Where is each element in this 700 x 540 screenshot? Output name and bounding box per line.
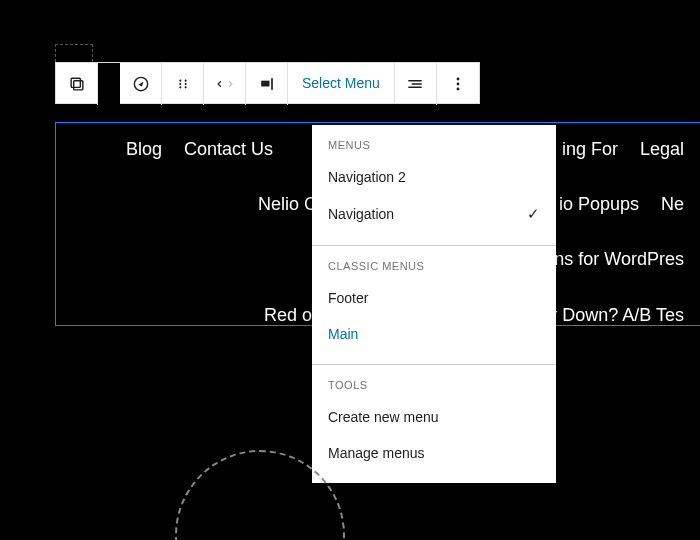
dropdown-item[interactable]: Main: [312, 316, 556, 352]
svg-point-5: [179, 83, 181, 85]
svg-rect-9: [261, 81, 269, 87]
svg-rect-1: [71, 78, 80, 87]
chevron-left-icon: [214, 77, 225, 91]
check-icon: ✓: [527, 205, 540, 223]
dropdown-item[interactable]: Manage menus: [312, 435, 556, 471]
svg-point-7: [179, 86, 181, 88]
dropdown-heading: CLASSIC MENUS: [312, 260, 556, 280]
nav-block-icon-button[interactable]: [120, 63, 162, 105]
nav-item[interactable]: Contact Us: [184, 137, 273, 162]
svg-rect-0: [73, 81, 82, 90]
nav-item[interactable]: Blog: [126, 137, 162, 162]
dropdown-item[interactable]: Footer: [312, 280, 556, 316]
dropdown-section-tools: TOOLS Create new menu Manage menus: [312, 365, 556, 483]
dropdown-heading: TOOLS: [312, 379, 556, 399]
drag-handle[interactable]: [162, 63, 204, 105]
svg-rect-10: [271, 78, 273, 90]
justify-button[interactable]: [246, 63, 288, 105]
dropdown-item-label: Main: [328, 326, 358, 342]
svg-point-4: [184, 80, 186, 82]
dropdown-item[interactable]: Create new menu: [312, 399, 556, 435]
block-placeholder-handle: [55, 44, 93, 62]
compass-icon: [131, 74, 151, 94]
svg-point-11: [456, 78, 459, 81]
nav-item[interactable]: Legal: [640, 137, 684, 162]
nav-item[interactable]: Nelio C: [258, 192, 317, 217]
svg-point-6: [184, 83, 186, 85]
nav-item[interactable]: Ne: [661, 192, 684, 217]
svg-point-12: [456, 83, 459, 86]
dropdown-item-label: Create new menu: [328, 409, 439, 425]
move-arrows[interactable]: [204, 63, 246, 105]
select-menu-dropdown: MENUS Navigation 2 Navigation ✓ CLASSIC …: [312, 125, 556, 483]
nav-item[interactable]: io Popups: [559, 192, 639, 217]
nav-item[interactable]: Red or: [264, 303, 318, 328]
dropdown-item-label: Navigation: [328, 206, 394, 222]
justify-right-icon: [257, 74, 277, 94]
svg-point-3: [179, 80, 181, 82]
dropdown-section-classic: CLASSIC MENUS Footer Main: [312, 246, 556, 365]
dropdown-item-label: Manage menus: [328, 445, 425, 461]
svg-point-13: [456, 88, 459, 91]
copy-icon: [67, 74, 87, 94]
block-type-button[interactable]: [56, 63, 98, 105]
more-options-button[interactable]: [437, 63, 479, 105]
select-menu-label: Select Menu: [302, 75, 380, 91]
dropdown-item-label: Footer: [328, 290, 368, 306]
align-icon: [405, 74, 425, 94]
select-menu-button[interactable]: Select Menu: [288, 63, 395, 103]
block-toolbar: Select Menu: [55, 62, 480, 104]
align-button[interactable]: [395, 63, 437, 105]
svg-point-8: [184, 86, 186, 88]
more-vertical-icon: [448, 74, 468, 94]
dropdown-item[interactable]: Navigation 2: [312, 159, 556, 195]
nav-item[interactable]: ns for WordPres: [554, 247, 684, 272]
drag-icon: [175, 76, 191, 92]
nav-item[interactable]: ing For: [562, 137, 618, 162]
dropdown-heading: MENUS: [312, 139, 556, 159]
dropdown-item-label: Navigation 2: [328, 169, 406, 185]
chevron-right-icon: [225, 77, 236, 91]
dropdown-section-menus: MENUS Navigation 2 Navigation ✓: [312, 125, 556, 246]
nav-item[interactable]: r Down? A/B Tes: [551, 303, 684, 328]
toolbar-gap: [98, 63, 120, 105]
dropdown-item[interactable]: Navigation ✓: [312, 195, 556, 233]
